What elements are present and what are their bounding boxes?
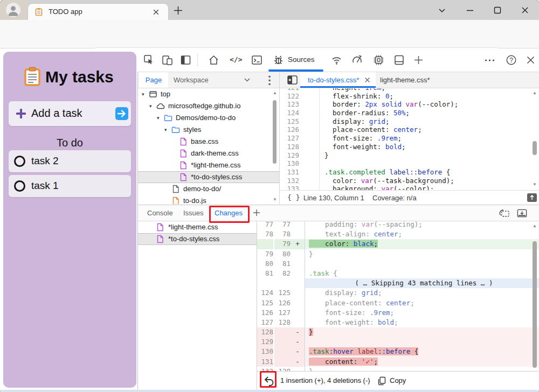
tree-item-to-do-styles-css[interactable]: *to-do-styles.css bbox=[138, 171, 279, 183]
tab-close-icon[interactable] bbox=[152, 8, 160, 16]
submit-task-button[interactable] bbox=[115, 107, 128, 120]
tree-scrollbar-thumb[interactable] bbox=[273, 100, 277, 164]
add-drawer-tab-icon[interactable] bbox=[252, 208, 261, 217]
home-icon[interactable] bbox=[208, 54, 219, 66]
help-icon[interactable]: ? bbox=[506, 54, 517, 66]
tree-scroll-down-icon[interactable]: ▼ bbox=[272, 197, 278, 202]
device-emulation-icon[interactable] bbox=[162, 54, 173, 66]
pretty-print-icon[interactable]: { } bbox=[287, 193, 300, 201]
editor-line-125[interactable]: 125 display: grid; bbox=[280, 117, 539, 126]
close-editor-tab-icon[interactable] bbox=[364, 76, 371, 83]
save-file-icon[interactable] bbox=[527, 193, 537, 202]
tree-item-microsoftedge-github-io[interactable]: ▾microsoftedge.github.io bbox=[138, 100, 279, 112]
old-line-number: 78 bbox=[257, 229, 273, 239]
profile-button[interactable] bbox=[0, 0, 27, 20]
diff-row-ctx-0: 7777 padding: var(--spacing); bbox=[257, 221, 539, 229]
page-title: My tasks bbox=[45, 68, 114, 86]
toggle-navigator-icon[interactable] bbox=[287, 74, 298, 86]
file-css-icon bbox=[179, 161, 188, 170]
browser-tab[interactable]: TODO app bbox=[28, 4, 168, 20]
new-line-number: 80 bbox=[274, 249, 291, 259]
editor-tab-inactive[interactable]: light-theme.css* bbox=[380, 76, 430, 84]
editor-scroll-down-icon[interactable]: ▼ bbox=[531, 182, 538, 187]
maximize-button[interactable] bbox=[492, 5, 503, 15]
more-tools-add-icon[interactable] bbox=[413, 54, 424, 66]
tab-console[interactable]: Console bbox=[147, 209, 173, 217]
task-checkbox[interactable] bbox=[14, 156, 25, 167]
network-icon[interactable] bbox=[331, 54, 342, 66]
navigator-tabstrip: Page Workspace ••• bbox=[138, 72, 280, 88]
editor-scrollbar-thumb[interactable] bbox=[533, 141, 537, 155]
tree-item-to-do-js[interactable]: to-do.js bbox=[138, 195, 279, 204]
tree-item-demo-to-do[interactable]: demo-to-do/ bbox=[138, 183, 279, 195]
diff-scroll-up-icon[interactable]: ▲ bbox=[531, 223, 538, 229]
changed-file-light-theme-css[interactable]: *light-theme.css bbox=[138, 221, 257, 233]
diff-marker: - bbox=[291, 347, 305, 356]
task-item[interactable]: task 1 bbox=[9, 175, 131, 197]
tree-item-dark-theme-css[interactable]: dark-theme.css bbox=[138, 148, 279, 159]
task-checkbox[interactable] bbox=[14, 180, 25, 192]
cursor-position: Line 130, Column 1 bbox=[303, 194, 364, 202]
memory-icon[interactable] bbox=[373, 54, 384, 66]
editor-line-127[interactable]: 127 font-size: .9rem; bbox=[280, 134, 539, 143]
expand-arrow-icon[interactable]: ▾ bbox=[149, 100, 156, 112]
tab-workspace[interactable]: Workspace bbox=[174, 72, 209, 88]
devtools-menu-icon[interactable] bbox=[484, 58, 495, 62]
diff-scrollbar-thumb[interactable] bbox=[533, 241, 537, 368]
editor-line-131[interactable]: 131.task.completed label::before { bbox=[280, 168, 539, 177]
editor-line-126[interactable]: 126 place-content: center; bbox=[280, 125, 539, 134]
tab-issues[interactable]: Issues bbox=[183, 209, 204, 217]
person-icon bbox=[6, 3, 20, 17]
cloud-icon bbox=[156, 102, 165, 110]
editor-line-133[interactable]: 133 background: var(--color); bbox=[280, 185, 539, 190]
editor-line-132[interactable]: 132 color: var(--task-background); bbox=[280, 177, 539, 185]
minimize-button[interactable] bbox=[465, 5, 475, 15]
editor-line-124[interactable]: 124 border-radius: 50%; bbox=[280, 109, 539, 117]
inspect-icon[interactable] bbox=[143, 54, 155, 66]
close-window-button[interactable] bbox=[520, 5, 530, 15]
expand-arrow-icon[interactable]: ▾ bbox=[157, 112, 164, 124]
task-item[interactable]: task 2 bbox=[9, 150, 131, 172]
changed-file-to-do-styles-css[interactable]: *to-do-styles.css bbox=[138, 233, 257, 245]
editor-code[interactable]: 121 height: 1rem;122 flex-shrink: 0;123 … bbox=[280, 88, 539, 190]
avatar bbox=[6, 3, 20, 17]
editor-tab-active[interactable]: to-do-styles.css* bbox=[300, 72, 376, 88]
editor-line-122[interactable]: 122 flex-shrink: 0; bbox=[280, 92, 539, 101]
tab-sources[interactable]: Sources bbox=[267, 48, 324, 72]
editor-line-128[interactable]: 128 font-weight: bold; bbox=[280, 143, 539, 151]
copy-label[interactable]: Copy bbox=[390, 376, 406, 384]
close-devtools-icon[interactable] bbox=[525, 54, 536, 66]
tree-item-demos-demo-to-do[interactable]: ▾Demos/demo-to-do bbox=[138, 112, 279, 124]
expand-arrow-icon[interactable]: ▾ bbox=[164, 124, 171, 136]
chevron-down-icon[interactable] bbox=[244, 77, 251, 83]
new-tab-button[interactable] bbox=[174, 6, 183, 15]
performance-icon[interactable] bbox=[351, 54, 363, 66]
editor-line-121[interactable]: 121 height: 1rem; bbox=[280, 88, 539, 92]
tree-item-base-css[interactable]: base.css bbox=[138, 136, 279, 148]
copy-icon[interactable] bbox=[378, 376, 386, 386]
application-icon[interactable] bbox=[393, 54, 405, 66]
editor-scroll-up-icon[interactable]: ▲ bbox=[531, 90, 538, 96]
diff-summary: 1 insertion (+), 4 deletions (-) bbox=[280, 376, 370, 384]
add-task-form[interactable]: Add a task bbox=[9, 101, 131, 126]
line-number: 130 bbox=[280, 159, 299, 168]
panel-layout-icon[interactable] bbox=[180, 54, 191, 66]
tab-page[interactable]: Page bbox=[139, 72, 168, 88]
tree-item-light-theme-css[interactable]: *light-theme.css bbox=[138, 159, 279, 171]
tree-scroll-up-icon[interactable]: ▲ bbox=[272, 90, 278, 96]
drawer-tabstrip: Console Issues Changes bbox=[138, 205, 539, 221]
navigator-menu-icon[interactable]: ••• bbox=[265, 75, 274, 86]
editor-line-123[interactable]: 123 border: 2px solid var(--color); bbox=[280, 100, 539, 109]
new-line-number: 129 bbox=[274, 367, 291, 371]
tree-item-styles[interactable]: ▾styles bbox=[138, 124, 279, 136]
tab-actions-chevron-icon[interactable] bbox=[437, 5, 447, 15]
console-icon[interactable] bbox=[251, 54, 262, 66]
tree-item-top[interactable]: ▾top bbox=[138, 88, 279, 100]
editor-line-130[interactable]: 130 bbox=[280, 159, 539, 168]
diff-marker bbox=[291, 308, 305, 318]
dock-download-icon[interactable] bbox=[516, 208, 528, 218]
editor-line-129[interactable]: 129} bbox=[280, 151, 539, 160]
elements-icon[interactable]: </> bbox=[230, 55, 244, 67]
revert-all-changes-icon[interactable] bbox=[499, 208, 510, 218]
expand-arrow-icon[interactable]: ▾ bbox=[142, 88, 149, 100]
